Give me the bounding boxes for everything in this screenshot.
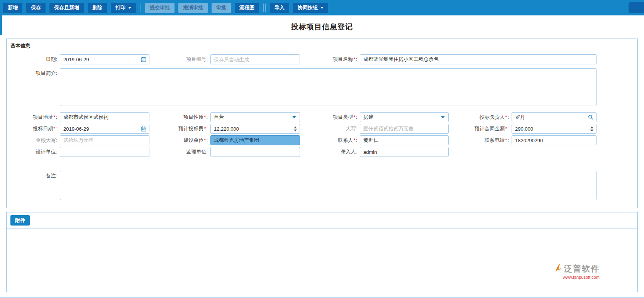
toolbar-divider <box>265 3 266 12</box>
calendar-icon[interactable] <box>141 57 146 62</box>
approve-button[interactable]: 审批 <box>212 3 231 13</box>
form-row-remark: 备注: <box>10 171 634 200</box>
bid-leader-input[interactable] <box>515 113 588 122</box>
bid-date-field[interactable] <box>60 124 149 134</box>
toolbar-divider <box>141 3 141 12</box>
form-row-bid-date: 投标日期*: 预计投标费*: 大写: 预计合同金额*: <box>10 124 634 134</box>
calendar-icon[interactable] <box>141 126 146 131</box>
top-toolbar: 新增 保存 保存且新增 删除 打印 提交审批 撤消审批 审批 流程图 导入 协同… <box>0 0 644 15</box>
chevron-down-icon <box>320 7 324 9</box>
attachment-button[interactable]: 附件 <box>10 215 30 226</box>
bid-cost-label: 预计投标费*: <box>149 124 210 134</box>
form-row-date: 日期: 项目编号: 项目名称*: <box>10 54 634 64</box>
bid-cost-input[interactable] <box>214 124 294 133</box>
project-name-input[interactable] <box>363 55 595 64</box>
contract-amount-label: 预计合同金额*: <box>449 124 512 134</box>
brand-name: 泛普软件 <box>564 263 600 274</box>
entry-person-label: 录入人: <box>300 147 360 157</box>
bid-cost-caps-field <box>360 124 449 134</box>
save-button[interactable]: 保存 <box>26 3 46 13</box>
form-row-amount-caps: 金额大写: 建设单位*: 联系人*: 联系电话*: <box>10 135 634 145</box>
project-intro-textarea[interactable] <box>60 68 597 106</box>
project-address-label: 项目地址*: <box>10 112 60 122</box>
toolbar-overflow-button[interactable] <box>629 2 644 13</box>
design-unit-field[interactable] <box>60 147 149 157</box>
project-name-field[interactable] <box>360 54 597 64</box>
contact-field[interactable] <box>360 135 449 145</box>
contract-amount-field[interactable] <box>512 124 597 134</box>
bid-cost-field[interactable] <box>210 124 300 134</box>
project-no-label: 项目编号: <box>149 54 210 64</box>
project-nature-value: 自营 <box>214 114 292 121</box>
bid-date-label: 投标日期*: <box>10 124 60 134</box>
brand-icon <box>554 263 563 274</box>
design-unit-label: 设计单位: <box>10 147 60 157</box>
construction-unit-input[interactable] <box>214 136 298 145</box>
project-nature-select[interactable]: 自营 <box>210 112 300 122</box>
print-button[interactable]: 打印 <box>111 3 136 13</box>
project-address-input[interactable] <box>63 113 147 122</box>
phone-label: 联系电话*: <box>449 135 512 145</box>
project-type-select[interactable]: 房建 <box>360 112 449 122</box>
bid-leader-label: 投标负责人*: <box>449 112 512 122</box>
project-nature-label: 项目性质*: <box>149 112 210 122</box>
cancel-approval-button[interactable]: 撤消审批 <box>178 3 208 13</box>
save-and-new-button[interactable]: 保存且新增 <box>49 3 84 13</box>
phone-input[interactable] <box>515 136 595 145</box>
contact-label: 联系人*: <box>300 135 360 145</box>
remark-label: 备注: <box>10 171 60 181</box>
basic-info-panel: 基本信息 日期: 项目编号: 项目名称*: 项目简介: 项目地址*: 项目性质*… <box>6 39 638 208</box>
bid-date-input[interactable] <box>63 124 141 133</box>
construction-unit-label: 建设单位*: <box>149 135 210 145</box>
chevron-down-icon <box>128 7 131 9</box>
entry-person-input[interactable] <box>363 147 447 157</box>
brand-logo: 泛普软件 www.fanpusoft.com <box>554 263 600 279</box>
project-address-field[interactable] <box>60 112 149 122</box>
project-no-input[interactable] <box>214 55 298 64</box>
form-row-units: 设计单位: 监理单位: 录入人: <box>10 147 634 157</box>
left-accent-strip <box>0 15 2 35</box>
supervision-unit-label: 监理单位: <box>149 147 210 157</box>
bid-leader-field[interactable] <box>512 112 597 122</box>
flowchart-button[interactable]: 流程图 <box>235 3 259 13</box>
brand-url: www.fanpusoft.com <box>554 275 600 279</box>
form-row-intro: 项目简介: <box>10 68 634 106</box>
supervision-unit-field[interactable] <box>210 147 300 157</box>
attachment-toolbar: 附件 <box>7 212 637 229</box>
import-button[interactable]: 导入 <box>270 3 289 13</box>
attachment-panel: 附件 泛普软件 www.fanpusoft.com <box>6 212 638 292</box>
construction-unit-field[interactable] <box>210 135 300 145</box>
new-button[interactable]: 新增 <box>3 3 22 13</box>
design-unit-input[interactable] <box>63 147 147 157</box>
form-row-address: 项目地址*: 项目性质*: 自营 项目类型*: 房建 投标负责人*: <box>10 112 634 122</box>
page-title: 投标项目信息登记 <box>0 15 644 39</box>
collab-button[interactable]: 协同按钮 <box>293 3 328 13</box>
bid-cost-caps-label: 大写: <box>300 124 360 134</box>
contract-amount-input[interactable] <box>515 124 590 133</box>
project-no-field[interactable] <box>210 54 300 64</box>
search-icon[interactable] <box>588 114 593 120</box>
remark-textarea[interactable] <box>60 171 597 200</box>
section-title-basic-info: 基本信息 <box>10 42 31 49</box>
spinner-icon[interactable] <box>294 126 297 131</box>
toolbar-divider <box>263 3 264 12</box>
amount-caps-label: 金额大写: <box>10 135 60 145</box>
amount-caps-input <box>63 136 147 145</box>
supervision-unit-input[interactable] <box>214 147 298 157</box>
project-type-value: 房建 <box>363 114 441 121</box>
date-field[interactable] <box>60 54 149 64</box>
project-type-label: 项目类型*: <box>300 112 360 122</box>
phone-field[interactable] <box>512 135 597 145</box>
chevron-down-icon[interactable] <box>292 116 296 118</box>
chevron-down-icon[interactable] <box>441 116 445 118</box>
amount-caps-field <box>60 135 149 145</box>
submit-approval-button[interactable]: 提交审批 <box>145 3 175 13</box>
entry-person-field[interactable] <box>360 147 449 157</box>
delete-button[interactable]: 删除 <box>88 3 107 13</box>
spinner-icon[interactable] <box>590 126 593 131</box>
bid-cost-caps-input <box>363 124 447 133</box>
date-label: 日期: <box>10 54 60 64</box>
date-input[interactable] <box>63 55 141 64</box>
project-name-label: 项目名称*: <box>300 54 360 64</box>
contact-input[interactable] <box>363 136 447 145</box>
